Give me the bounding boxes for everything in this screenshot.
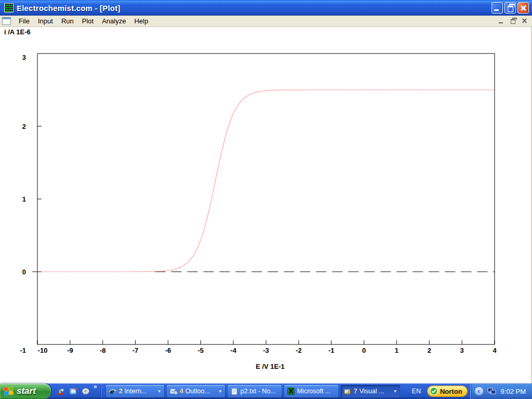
y-tick-label: 3 xyxy=(22,54,26,61)
network-icon[interactable] xyxy=(487,387,497,395)
taskbar-clock: 9:02 PM xyxy=(501,388,526,395)
start-button[interactable]: start xyxy=(0,383,51,399)
window-group-count: 4 xyxy=(180,388,183,395)
excel-icon: X xyxy=(287,387,295,395)
app-plot-icon xyxy=(4,3,14,12)
notepad-icon xyxy=(230,387,238,395)
mdi-close-button[interactable] xyxy=(521,18,528,24)
chevron-down-icon[interactable]: ▼ xyxy=(217,389,222,394)
menu-file[interactable]: File xyxy=(15,16,34,26)
x-tick-label: 2 xyxy=(428,347,431,354)
x-tick-label: -4 xyxy=(230,347,236,354)
y-tick-label: 0 xyxy=(22,268,26,276)
menu-run[interactable]: Run xyxy=(57,16,78,26)
norton-label: Norton xyxy=(440,388,462,395)
voltammogram-plot: i /A 1E-6 E /V 1E-1 -10-9-8-7-6-5-4-3-2-… xyxy=(0,27,531,383)
restore-button[interactable] xyxy=(504,2,516,14)
restore-icon xyxy=(508,6,513,12)
x-tick-label: -7 xyxy=(132,347,139,354)
tray-collapse-chevron-icon[interactable]: ‹ xyxy=(475,387,483,395)
menu-input[interactable]: Input xyxy=(34,16,57,26)
x-tick-label: -10 xyxy=(38,347,48,354)
taskbar-button-visual-studio[interactable]: 7 Visual ... ▼ xyxy=(341,385,400,397)
messenger-icon[interactable] xyxy=(81,387,90,396)
x-tick-label: -3 xyxy=(263,347,269,354)
minimize-icon xyxy=(499,22,503,23)
svg-text:X: X xyxy=(289,387,294,395)
mdi-child-icon[interactable] xyxy=(2,17,11,25)
x-tick-label: -5 xyxy=(198,347,204,354)
y-axis-title: i /A 1E-6 xyxy=(4,28,31,36)
x-tick-label: 0 xyxy=(362,347,366,354)
x-tick-label: 3 xyxy=(460,347,464,354)
visual-basic-icon xyxy=(343,387,352,395)
y-tick-label: -1 xyxy=(20,347,26,354)
taskbar-button-internet-explorer[interactable]: e 2 Intern... ▼ xyxy=(106,385,164,397)
search-companion-icon[interactable] xyxy=(56,387,65,396)
x-tick-label: -2 xyxy=(296,347,302,354)
language-indicator[interactable]: EN xyxy=(408,386,424,396)
window-group-count: 2 xyxy=(119,388,123,395)
close-button[interactable] xyxy=(517,2,529,14)
taskbar: start » e 2 Intern... ▼ 4 Outloo... xyxy=(0,383,532,399)
chevron-down-icon[interactable]: ▼ xyxy=(156,389,162,394)
window-title: Electrochemist.com - [Plot] xyxy=(17,4,491,12)
minimize-button[interactable] xyxy=(491,2,503,14)
taskbar-divider xyxy=(101,385,102,397)
y-tick-label: 2 xyxy=(22,123,26,130)
x-tick-label: 1 xyxy=(395,347,398,354)
outlook-express-icon[interactable] xyxy=(69,387,77,396)
plot-frame xyxy=(37,54,495,344)
taskbar-button-excel[interactable]: X Microsoft ... xyxy=(284,385,338,397)
x-tick-label: -1 xyxy=(328,347,335,354)
title-bar: Electrochemist.com - [Plot] xyxy=(0,0,532,16)
norton-status-badge[interactable]: Norton xyxy=(427,385,468,397)
windows-logo-icon xyxy=(4,387,14,396)
taskbar-button-label: p2.txt - No... xyxy=(241,388,276,395)
menu-plot[interactable]: Plot xyxy=(78,16,98,26)
plot-client-area: i /A 1E-6 E /V 1E-1 -10-9-8-7-6-5-4-3-2-… xyxy=(0,27,532,383)
x-tick-label: 4 xyxy=(493,347,497,354)
taskbar-button-notepad[interactable]: p2.txt - No... xyxy=(228,385,282,397)
menu-bar: File Input Run Plot Analyze Help xyxy=(0,16,532,27)
taskbar-button-label: Intern... xyxy=(125,388,147,395)
x-tick-label: -8 xyxy=(100,347,106,354)
voltammogram-curve xyxy=(37,90,495,272)
mdi-restore-button[interactable] xyxy=(510,18,516,24)
outlook-icon xyxy=(169,387,178,395)
taskbar-button-label: Microsoft ... xyxy=(297,388,331,395)
window-group-count: 7 xyxy=(354,388,357,395)
menu-help[interactable]: Help xyxy=(130,16,152,26)
taskbar-button-label: Visual ... xyxy=(360,388,384,395)
x-tick-label: -9 xyxy=(67,347,73,354)
system-tray: ‹ 9:02 PM xyxy=(470,383,532,399)
quick-launch-bar: » xyxy=(51,383,106,399)
internet-explorer-icon: e xyxy=(109,387,117,395)
start-button-label: start xyxy=(17,386,36,396)
taskbar-button-outlook[interactable]: 4 Outloo... ▼ xyxy=(167,385,225,397)
x-tick-label: -6 xyxy=(165,347,171,354)
restore-icon xyxy=(511,19,515,24)
menu-analyze[interactable]: Analyze xyxy=(98,16,130,26)
desktop-screen: Electrochemist.com - [Plot] File Input R… xyxy=(0,0,532,399)
mdi-minimize-button[interactable] xyxy=(498,18,505,24)
y-tick-label: 1 xyxy=(22,195,26,203)
chevron-down-icon[interactable]: ▼ xyxy=(392,389,397,394)
x-axis-title: E /V 1E-1 xyxy=(256,363,285,370)
quick-launch-overflow-chevron[interactable]: » xyxy=(94,383,97,390)
norton-check-icon xyxy=(430,387,438,395)
svg-text:e: e xyxy=(110,388,114,395)
taskbar-button-label: Outloo... xyxy=(185,388,210,395)
minimize-icon xyxy=(494,9,499,11)
